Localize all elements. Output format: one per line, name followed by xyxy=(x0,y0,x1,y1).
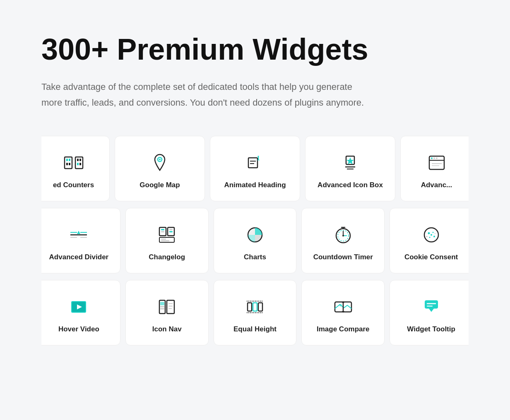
widget-card-charts[interactable]: Charts xyxy=(214,208,297,273)
widget-label-icon-nav: Icon Nav xyxy=(152,325,182,333)
page-title: 300+ Premium Widgets xyxy=(41,33,469,66)
widget-label-widget-tooltip: Widget Tooltip xyxy=(407,325,455,333)
widget-card-advanced-x[interactable]: Advanc... xyxy=(400,136,469,201)
svg-rect-67 xyxy=(167,300,174,314)
svg-point-58 xyxy=(435,233,435,234)
widget-card-widget-tooltip[interactable]: Widget Tooltip xyxy=(390,280,469,345)
widget-card-google-map[interactable]: Google Map xyxy=(115,136,205,201)
cookie-icon xyxy=(420,223,443,246)
widget-label-hover-video: Hover Video xyxy=(58,325,99,333)
widgets-grid: ed Counters Google Map xyxy=(41,133,469,350)
widget-label-equal-height: Equal Height xyxy=(233,325,277,333)
widget-card-changelog[interactable]: Changelog xyxy=(125,208,209,273)
icon-box-icon xyxy=(339,151,362,174)
svg-point-62 xyxy=(77,306,80,308)
svg-point-54 xyxy=(433,236,435,237)
svg-rect-41 xyxy=(161,239,166,240)
image-compare-icon xyxy=(332,295,355,319)
svg-rect-2 xyxy=(69,159,70,161)
svg-rect-81 xyxy=(425,300,438,309)
widget-card-advanced-icon-box[interactable]: Advanced Icon Box xyxy=(305,136,395,201)
svg-rect-36 xyxy=(161,231,164,232)
animated-heading-icon: 1 xyxy=(243,151,267,174)
svg-rect-64 xyxy=(160,302,164,305)
divider-icon xyxy=(67,223,90,246)
svg-rect-9 xyxy=(79,163,81,165)
svg-rect-35 xyxy=(161,229,164,230)
svg-rect-8 xyxy=(77,163,79,165)
widget-card-animated-heading[interactable]: 1 Animated Heading xyxy=(210,136,300,201)
svg-rect-6 xyxy=(77,159,79,161)
svg-rect-1 xyxy=(66,159,68,161)
svg-rect-5 xyxy=(75,157,83,169)
map-icon xyxy=(148,151,171,174)
svg-rect-4 xyxy=(69,163,70,165)
countdown-icon xyxy=(332,223,355,246)
hover-video-icon xyxy=(67,295,90,319)
svg-rect-66 xyxy=(160,308,164,309)
changelog-icon xyxy=(155,223,178,246)
widget-card-cookie-consent[interactable]: Cookie Consent xyxy=(390,208,469,273)
widget-label-advanced-counters: ed Counters xyxy=(53,181,94,189)
svg-rect-12 xyxy=(248,158,257,168)
svg-point-55 xyxy=(429,237,430,238)
widget-label-cookie-consent: Cookie Consent xyxy=(404,253,458,261)
advanced-x-icon xyxy=(425,151,448,174)
svg-point-53 xyxy=(432,232,433,233)
svg-point-48 xyxy=(342,235,344,237)
svg-rect-65 xyxy=(160,306,164,307)
page-description: Take advantage of the complete set of de… xyxy=(41,79,364,110)
widget-label-advanced-icon-box: Advanced Icon Box xyxy=(318,181,383,189)
svg-point-56 xyxy=(431,234,432,236)
counters-icon xyxy=(62,151,85,174)
grid-row-2: Advanced Divider xyxy=(41,205,469,276)
widget-label-advanced-divider: Advanced Divider xyxy=(49,253,109,261)
grid-row-3: Hover Video Icon Nav xyxy=(41,278,469,348)
svg-point-52 xyxy=(428,232,430,234)
svg-point-24 xyxy=(433,157,435,159)
svg-rect-0 xyxy=(65,157,72,169)
widget-card-icon-nav[interactable]: Icon Nav xyxy=(125,280,209,345)
widget-label-changelog: Changelog xyxy=(149,253,185,261)
widget-card-hover-video[interactable]: Hover Video xyxy=(41,280,120,345)
svg-point-25 xyxy=(436,157,438,159)
svg-rect-7 xyxy=(79,159,81,161)
svg-point-57 xyxy=(426,236,427,237)
svg-point-23 xyxy=(431,157,433,159)
widget-card-image-compare[interactable]: Image Compare xyxy=(301,280,385,345)
grid-row-1: ed Counters Google Map xyxy=(41,133,469,204)
widget-label-animated-heading: Animated Heading xyxy=(224,181,286,189)
widget-card-countdown-timer[interactable]: Countdown Timer xyxy=(301,208,385,273)
svg-rect-39 xyxy=(169,231,173,232)
widget-label-advanced-x: Advanc... xyxy=(421,181,452,189)
widget-label-countdown-timer: Countdown Timer xyxy=(313,253,373,261)
svg-rect-73 xyxy=(258,303,262,311)
equal-height-icon xyxy=(243,295,267,319)
svg-point-11 xyxy=(159,159,161,160)
svg-marker-82 xyxy=(429,309,434,312)
svg-rect-42 xyxy=(161,240,169,241)
svg-rect-72 xyxy=(253,303,257,311)
tooltip-icon xyxy=(420,295,443,319)
widget-label-charts: Charts xyxy=(244,253,266,261)
widget-card-advanced-counters[interactable]: ed Counters xyxy=(41,136,110,201)
svg-point-80 xyxy=(339,304,342,307)
charts-icon xyxy=(243,223,267,246)
icon-nav-icon xyxy=(155,295,178,319)
svg-rect-71 xyxy=(248,303,252,311)
svg-rect-38 xyxy=(169,229,173,230)
svg-rect-3 xyxy=(66,163,68,165)
svg-text:1: 1 xyxy=(257,154,260,162)
svg-marker-18 xyxy=(346,157,354,164)
svg-marker-31 xyxy=(77,231,80,234)
widget-label-image-compare: Image Compare xyxy=(317,325,370,333)
widget-label-google-map: Google Map xyxy=(140,181,180,189)
widget-card-advanced-divider[interactable]: Advanced Divider xyxy=(41,208,120,273)
svg-rect-40 xyxy=(159,237,174,242)
widget-card-equal-height[interactable]: Equal Height xyxy=(214,280,297,345)
